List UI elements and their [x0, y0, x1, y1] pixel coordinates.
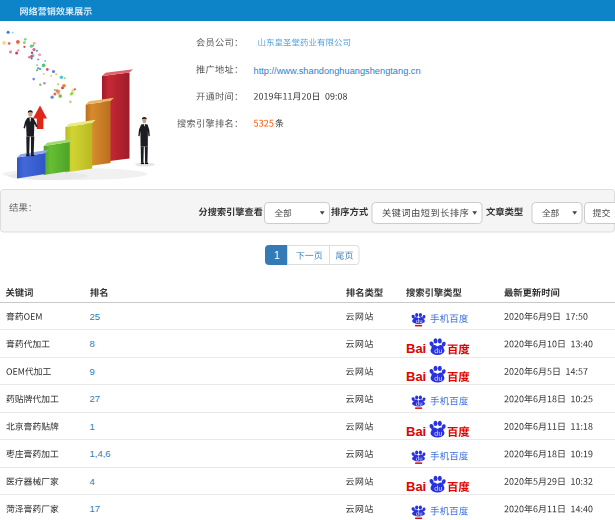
svg-text:Bai: Bai [406, 479, 426, 494]
svg-text:Bai: Bai [406, 369, 426, 384]
svg-text:9: 9 [90, 366, 95, 377]
svg-text:Bai: Bai [406, 341, 426, 356]
svg-text:1: 1 [274, 249, 280, 261]
svg-text:1: 1 [90, 421, 95, 432]
svg-text:1,4,6: 1,4,6 [90, 448, 111, 459]
svg-text:8: 8 [90, 338, 95, 349]
svg-text:Bai: Bai [406, 424, 426, 439]
svg-text:http://www.shandonghuangshengt: http://www.shandonghuangshengtang.cn [254, 66, 421, 76]
svg-text:25: 25 [90, 311, 101, 322]
svg-text:27: 27 [90, 393, 101, 404]
svg-text:4: 4 [90, 476, 95, 487]
svg-text:17: 17 [90, 503, 101, 514]
